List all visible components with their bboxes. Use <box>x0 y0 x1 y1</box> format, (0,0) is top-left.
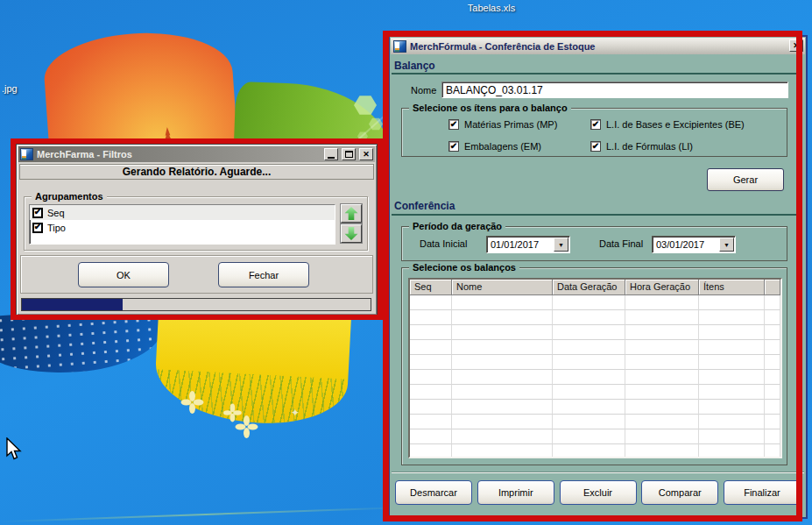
arrow-up-icon <box>345 207 358 220</box>
table-cell <box>625 355 699 370</box>
data-inicial-dropdown[interactable]: 01/01/2017 ▼ <box>486 236 570 253</box>
table-cell <box>452 355 553 370</box>
table-cell <box>625 444 699 458</box>
table-cell <box>625 310 699 325</box>
list-item[interactable]: Tipo <box>30 220 335 235</box>
chevron-down-icon[interactable]: ▼ <box>719 238 734 252</box>
table-column-header[interactable]: Ítens <box>699 280 765 295</box>
table-column-header[interactable]: Nome <box>452 280 553 295</box>
chevron-down-icon[interactable]: ▼ <box>554 238 568 252</box>
section-divider <box>392 73 802 74</box>
table-cell <box>699 400 765 415</box>
dots-pattern <box>0 305 164 380</box>
table-column-header[interactable]: Hora Geração <box>625 280 699 295</box>
table-row[interactable] <box>410 370 780 385</box>
table-row[interactable] <box>410 355 780 370</box>
mouse-cursor <box>5 437 23 462</box>
close-icon[interactable]: ✕ <box>359 148 373 160</box>
table-cell <box>765 310 780 325</box>
table-row[interactable] <box>410 415 780 429</box>
table-header-row[interactable]: SeqNomeData GeraçãoHora GeraçãoÍtens <box>410 280 780 295</box>
table-cell <box>553 310 625 325</box>
data-inicial-value: 01/01/2017 <box>487 239 554 250</box>
table-cell <box>410 295 452 310</box>
item-checkbox[interactable]: L.I. de Bases e Excipientes (BE) <box>590 119 745 130</box>
checkbox-icon[interactable] <box>590 141 601 152</box>
fechar-button[interactable]: Fechar <box>218 262 309 287</box>
table-cell <box>625 415 699 429</box>
table-row[interactable] <box>410 310 780 325</box>
table-cell <box>765 370 780 385</box>
table-cell <box>553 355 625 370</box>
data-final-dropdown[interactable]: 03/01/2017 ▼ <box>652 236 736 253</box>
minimize-icon[interactable] <box>324 148 338 160</box>
table-cell <box>452 325 553 340</box>
item-checkbox[interactable]: Matérias Primas (MP) <box>448 119 557 130</box>
checkbox-icon[interactable] <box>590 119 601 130</box>
table-cell <box>765 340 780 355</box>
item-checkbox[interactable]: Embalagens (EM) <box>448 141 541 152</box>
light-streak <box>0 507 412 522</box>
merchfarma-app-icon <box>20 148 33 160</box>
table-cell <box>553 444 625 458</box>
table-column-header[interactable]: Data Geração <box>553 280 625 295</box>
table-cell <box>625 295 699 310</box>
checkbox-icon[interactable] <box>32 223 43 233</box>
button-panel: OK Fechar <box>20 255 373 294</box>
flower-decoration <box>180 391 203 414</box>
table-cell <box>410 444 452 458</box>
close-icon[interactable]: ✕ <box>789 39 803 52</box>
gerar-button[interactable]: Gerar <box>707 168 784 191</box>
table-cell <box>452 444 553 458</box>
agrupamentos-list[interactable]: SeqTipo <box>29 204 335 245</box>
table-cell <box>699 325 765 340</box>
list-item-label: Seq <box>47 208 65 218</box>
table-cell <box>553 295 625 310</box>
checkbox-icon[interactable] <box>32 208 43 218</box>
desmarcar-button[interactable]: Desmarcar <box>395 480 472 505</box>
comparar-button[interactable]: Comparar <box>641 480 718 505</box>
table-column-header <box>765 280 780 295</box>
data-inicial-label: Data Inicial <box>420 238 467 249</box>
agrupamentos-label: Agrupamentos <box>32 190 107 202</box>
period-groupbox: Período da geração Data Inicial 01/01/20… <box>401 226 787 261</box>
ok-button[interactable]: OK <box>78 262 169 287</box>
checkbox-icon[interactable] <box>448 119 459 130</box>
nome-input[interactable]: BALANÇO_03.01.17 <box>441 82 788 98</box>
table-row[interactable] <box>410 444 780 458</box>
maximize-icon[interactable] <box>342 148 356 160</box>
desktop-icon-label-tabelas[interactable]: Tabelas.xls <box>443 3 540 13</box>
table-cell <box>452 295 553 310</box>
table-row[interactable] <box>410 429 780 444</box>
imprimir-button[interactable]: Imprimir <box>477 480 554 505</box>
balances-groupbox: Selecione os balanços SeqNomeData Geraçã… <box>401 267 787 465</box>
checkbox-label: L.I. de Bases e Excipientes (BE) <box>606 119 745 130</box>
table-cell <box>410 340 452 355</box>
finalizar-button[interactable]: Finalizar <box>724 480 801 505</box>
table-cell <box>553 385 625 400</box>
table-row[interactable] <box>410 340 780 355</box>
table-row[interactable] <box>410 295 780 310</box>
move-down-button[interactable] <box>341 224 362 243</box>
section-divider <box>392 214 802 216</box>
titlebar[interactable]: MerchFarma - Filtros ✕ <box>18 146 375 162</box>
item-checkbox[interactable]: L.I. de Fórmulas (LI) <box>590 141 693 152</box>
list-item-label: Tipo <box>47 223 66 233</box>
checkbox-icon[interactable] <box>448 141 459 152</box>
excluir-button[interactable]: Excluir <box>560 480 637 505</box>
table-cell <box>625 340 699 355</box>
table-cell <box>410 429 452 444</box>
desktop-icon-label-jpg[interactable]: .jpg <box>2 83 18 94</box>
list-item[interactable]: Seq <box>30 205 335 220</box>
window-filtros: MerchFarma - Filtros ✕ Gerando Relatório… <box>16 144 378 316</box>
table-column-header[interactable]: Seq <box>410 280 452 295</box>
table-cell <box>625 400 699 415</box>
titlebar[interactable]: MerchFórmula - Conferência de Estoque <box>391 38 805 54</box>
table-row[interactable] <box>410 325 780 340</box>
balances-table[interactable]: SeqNomeData GeraçãoHora GeraçãoÍtens <box>408 278 782 458</box>
table-row[interactable] <box>410 385 780 400</box>
move-up-button[interactable] <box>341 204 362 223</box>
table-row[interactable] <box>410 400 780 415</box>
action-button-bar: DesmarcarImprimirExcluirCompararFinaliza… <box>392 472 804 505</box>
flower-decoration <box>235 415 258 438</box>
